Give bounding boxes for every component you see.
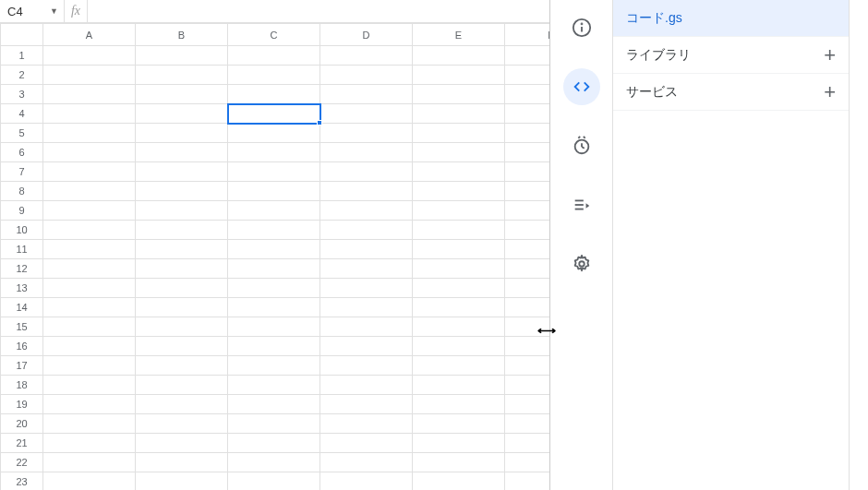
- cell[interactable]: [505, 337, 550, 356]
- cell[interactable]: [228, 337, 320, 356]
- cell[interactable]: [413, 317, 505, 337]
- cell[interactable]: [320, 279, 413, 298]
- cell[interactable]: [320, 104, 413, 124]
- cell[interactable]: [413, 453, 505, 472]
- cell[interactable]: [136, 66, 228, 85]
- row-header[interactable]: 4: [1, 104, 43, 124]
- cell[interactable]: [228, 221, 320, 240]
- cell[interactable]: [413, 240, 505, 259]
- cell[interactable]: [413, 143, 505, 162]
- cell[interactable]: [413, 356, 505, 376]
- cell[interactable]: [413, 472, 505, 491]
- cell[interactable]: [413, 162, 505, 182]
- cell[interactable]: [136, 221, 228, 240]
- cell[interactable]: [43, 162, 136, 182]
- cell[interactable]: [320, 182, 413, 201]
- services-row[interactable]: サービス +: [613, 74, 849, 111]
- cell[interactable]: [413, 201, 505, 221]
- cell[interactable]: [320, 162, 413, 182]
- cell[interactable]: [320, 472, 413, 491]
- cell[interactable]: [320, 124, 413, 143]
- cell[interactable]: [320, 356, 413, 376]
- cell[interactable]: [505, 104, 550, 124]
- cell[interactable]: [228, 376, 320, 395]
- row-header[interactable]: 22: [1, 453, 43, 472]
- row-header[interactable]: 7: [1, 162, 43, 182]
- cell[interactable]: [43, 414, 136, 434]
- column-header[interactable]: A: [43, 24, 136, 46]
- column-header[interactable]: B: [136, 24, 228, 46]
- cell[interactable]: [505, 414, 550, 434]
- cell[interactable]: [136, 317, 228, 337]
- cell[interactable]: [136, 414, 228, 434]
- cell[interactable]: [136, 85, 228, 104]
- cell[interactable]: [228, 356, 320, 376]
- cell[interactable]: [320, 453, 413, 472]
- cell[interactable]: [505, 434, 550, 453]
- cell[interactable]: [43, 395, 136, 414]
- cell[interactable]: [413, 279, 505, 298]
- cell[interactable]: [228, 143, 320, 162]
- clock-icon[interactable]: [563, 127, 600, 164]
- row-header[interactable]: 1: [1, 46, 43, 66]
- cell[interactable]: [43, 85, 136, 104]
- cell[interactable]: [136, 143, 228, 162]
- cell[interactable]: [413, 124, 505, 143]
- cell[interactable]: [320, 66, 413, 85]
- cell[interactable]: [505, 395, 550, 414]
- name-box[interactable]: C4 ▼: [0, 0, 65, 22]
- cell[interactable]: [505, 317, 550, 337]
- cell[interactable]: [413, 85, 505, 104]
- cell[interactable]: [136, 46, 228, 66]
- cell[interactable]: [413, 221, 505, 240]
- cell[interactable]: [413, 376, 505, 395]
- cell[interactable]: [505, 240, 550, 259]
- code-icon[interactable]: [563, 68, 600, 105]
- cell[interactable]: [136, 201, 228, 221]
- column-header[interactable]: D: [320, 24, 413, 46]
- fx-icon[interactable]: fx: [65, 0, 88, 22]
- libraries-row[interactable]: ライブラリ +: [613, 37, 849, 74]
- cell[interactable]: [228, 46, 320, 66]
- cell[interactable]: [228, 85, 320, 104]
- cell[interactable]: [505, 453, 550, 472]
- cell[interactable]: [136, 337, 228, 356]
- row-header[interactable]: 5: [1, 124, 43, 143]
- cell[interactable]: [136, 395, 228, 414]
- cell[interactable]: [505, 66, 550, 85]
- row-header[interactable]: 12: [1, 259, 43, 279]
- cell[interactable]: [228, 298, 320, 317]
- cell[interactable]: [413, 259, 505, 279]
- cell[interactable]: [228, 240, 320, 259]
- cell[interactable]: [228, 414, 320, 434]
- cell[interactable]: [228, 279, 320, 298]
- cell[interactable]: [413, 395, 505, 414]
- cell[interactable]: [320, 414, 413, 434]
- cell[interactable]: [505, 182, 550, 201]
- row-header[interactable]: 20: [1, 414, 43, 434]
- cell[interactable]: [320, 298, 413, 317]
- cell[interactable]: [413, 337, 505, 356]
- cell[interactable]: [136, 240, 228, 259]
- row-header[interactable]: 23: [1, 472, 43, 491]
- row-header[interactable]: 18: [1, 376, 43, 395]
- cell[interactable]: [413, 66, 505, 85]
- row-header[interactable]: 9: [1, 201, 43, 221]
- cell[interactable]: [505, 143, 550, 162]
- cell[interactable]: [228, 124, 320, 143]
- gear-icon[interactable]: [563, 245, 600, 282]
- row-header[interactable]: 8: [1, 182, 43, 201]
- cell[interactable]: [43, 453, 136, 472]
- cell[interactable]: [136, 124, 228, 143]
- cell[interactable]: [228, 453, 320, 472]
- row-header[interactable]: 2: [1, 66, 43, 85]
- cell[interactable]: [320, 240, 413, 259]
- cell[interactable]: [136, 259, 228, 279]
- cell[interactable]: [505, 46, 550, 66]
- fill-handle[interactable]: [317, 120, 322, 125]
- cell[interactable]: [43, 46, 136, 66]
- row-header[interactable]: 17: [1, 356, 43, 376]
- cell[interactable]: [43, 434, 136, 453]
- cell[interactable]: [43, 472, 136, 491]
- cell[interactable]: [136, 298, 228, 317]
